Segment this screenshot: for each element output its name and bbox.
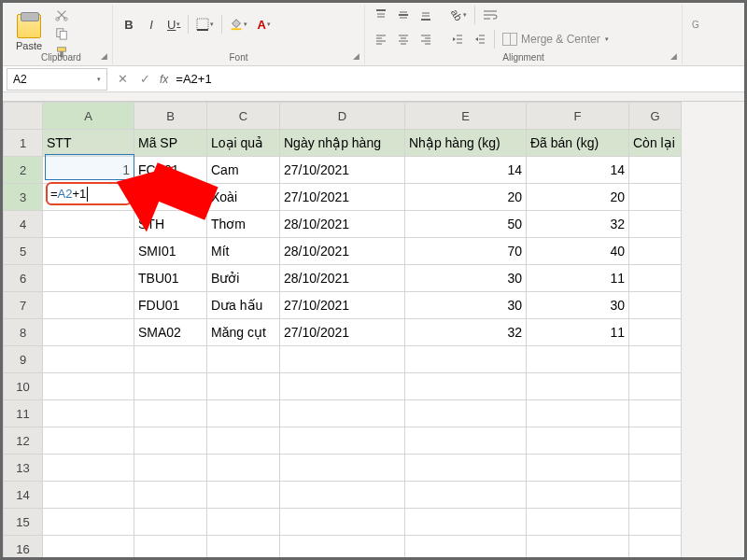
cell[interactable] — [629, 400, 682, 427]
number-format-button[interactable]: G — [688, 14, 712, 35]
cell[interactable]: SMA02 — [134, 319, 207, 346]
cell[interactable] — [527, 482, 629, 509]
cell[interactable]: 27/10/2021 — [280, 319, 405, 346]
fill-color-button[interactable]: ▾ — [226, 14, 251, 35]
cell[interactable]: Mã SP — [134, 130, 207, 157]
copy-button[interactable] — [51, 25, 72, 42]
cut-button[interactable] — [51, 7, 72, 23]
cell[interactable]: 11 — [527, 319, 629, 346]
cell[interactable] — [527, 346, 629, 373]
cell[interactable] — [629, 319, 682, 346]
cell[interactable] — [207, 482, 280, 509]
cell[interactable]: FDU01 — [134, 292, 207, 319]
clipboard-launcher-icon[interactable]: ◢ — [98, 50, 109, 62]
cell[interactable] — [629, 346, 682, 373]
cell[interactable] — [629, 373, 682, 400]
cell[interactable] — [405, 427, 527, 455]
row-header[interactable]: 10 — [4, 373, 43, 400]
bold-button[interactable]: B — [119, 14, 139, 35]
fx-icon[interactable]: fx — [156, 73, 172, 86]
row-header[interactable]: 8 — [4, 319, 43, 346]
enter-formula-button[interactable]: ✓ — [134, 68, 156, 91]
cell[interactable] — [629, 265, 682, 292]
cell[interactable]: 32 — [527, 211, 629, 238]
cell[interactable] — [134, 346, 207, 373]
cell[interactable] — [405, 509, 527, 536]
cell[interactable] — [134, 536, 207, 561]
align-top-button[interactable] — [371, 5, 391, 25]
cell[interactable]: SMI01 — [134, 238, 207, 265]
cell[interactable] — [629, 509, 682, 536]
cell[interactable]: 20 — [527, 184, 629, 211]
row-header[interactable]: 15 — [4, 509, 43, 536]
cell[interactable] — [207, 509, 280, 536]
select-all-corner[interactable] — [4, 103, 43, 130]
cell[interactable]: Thơm — [207, 211, 280, 238]
cell[interactable]: 30 — [405, 292, 527, 319]
wrap-text-button[interactable] — [479, 5, 501, 25]
cell[interactable]: 30 — [527, 292, 629, 319]
cell[interactable] — [629, 482, 682, 509]
cell[interactable] — [134, 427, 207, 455]
cell[interactable] — [207, 455, 280, 482]
cell[interactable] — [405, 482, 527, 509]
cell[interactable] — [629, 536, 682, 561]
cell[interactable] — [207, 346, 280, 373]
col-header-g[interactable]: G — [629, 103, 682, 130]
align-bottom-button[interactable] — [416, 5, 436, 25]
cell[interactable] — [134, 400, 207, 427]
decrease-indent-button[interactable] — [447, 29, 468, 49]
font-color-button[interactable]: A▾ — [253, 14, 274, 35]
cell[interactable] — [280, 482, 405, 509]
col-header-e[interactable]: E — [405, 103, 527, 130]
cell[interactable] — [629, 427, 682, 455]
row-header[interactable]: 9 — [4, 346, 43, 373]
row-header[interactable]: 2 — [4, 157, 43, 184]
cell[interactable] — [43, 427, 134, 455]
cell[interactable] — [43, 509, 134, 536]
cell[interactable] — [134, 509, 207, 536]
cell[interactable]: 27/10/2021 — [280, 292, 405, 319]
row-header[interactable]: 5 — [4, 238, 43, 265]
cell[interactable] — [527, 536, 629, 561]
cell[interactable] — [134, 455, 207, 482]
row-header[interactable]: 11 — [4, 400, 43, 427]
cell[interactable]: 28/10/2021 — [280, 238, 405, 265]
orientation-button[interactable]: ab▾ — [447, 5, 471, 25]
cell[interactable]: Bưởi — [207, 265, 280, 292]
increase-indent-button[interactable] — [470, 29, 490, 49]
cell[interactable] — [405, 346, 527, 373]
cell[interactable] — [207, 373, 280, 400]
cell[interactable] — [43, 319, 134, 346]
cell[interactable]: 27/10/2021 — [280, 157, 405, 184]
cell[interactable] — [207, 536, 280, 561]
cell[interactable]: Loại quả — [207, 130, 280, 157]
cell[interactable] — [629, 455, 682, 482]
cancel-formula-button[interactable]: ✕ — [111, 68, 134, 91]
col-header-c[interactable]: C — [207, 103, 280, 130]
col-header-b[interactable]: B — [134, 103, 207, 130]
cell[interactable] — [43, 238, 134, 265]
cell[interactable]: Ngày nhập hàng — [280, 130, 405, 157]
row-header[interactable]: 6 — [4, 265, 43, 292]
cell[interactable] — [629, 211, 682, 238]
col-header-d[interactable]: D — [280, 103, 405, 130]
col-header-f[interactable]: F — [527, 103, 629, 130]
cell[interactable] — [629, 157, 682, 184]
cell[interactable] — [280, 373, 405, 400]
align-middle-button[interactable] — [393, 5, 414, 25]
row-header[interactable]: 3 — [4, 184, 43, 211]
cell[interactable] — [280, 400, 405, 427]
cell[interactable]: Còn lại — [629, 130, 682, 157]
row-header[interactable]: 12 — [4, 427, 43, 455]
align-center-button[interactable] — [393, 29, 414, 49]
cell[interactable] — [629, 292, 682, 319]
cell[interactable]: 27/10/2021 — [280, 184, 405, 211]
cell[interactable] — [43, 482, 134, 509]
cell[interactable] — [43, 292, 134, 319]
cell[interactable] — [280, 427, 405, 455]
cell[interactable] — [43, 265, 134, 292]
cell[interactable]: 32 — [405, 319, 527, 346]
paste-button[interactable]: Paste — [16, 14, 49, 51]
italic-button[interactable]: I — [141, 14, 162, 35]
